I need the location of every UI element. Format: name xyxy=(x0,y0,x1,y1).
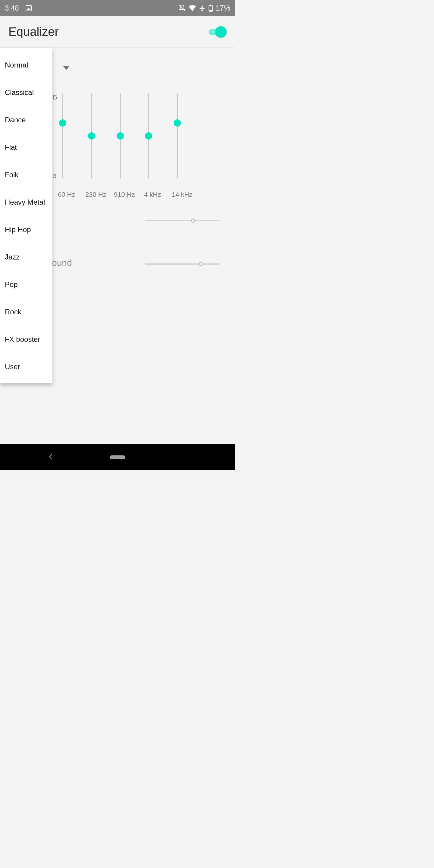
eq-band-label: 60 Hz xyxy=(58,191,75,198)
airplane-mode-icon xyxy=(199,5,206,11)
equalizer-master-toggle[interactable] xyxy=(209,26,227,38)
nav-back-button[interactable] xyxy=(48,454,53,461)
preset-option-jazz[interactable]: Jazz xyxy=(0,243,53,271)
wifi-icon xyxy=(189,5,196,11)
preset-option-classical[interactable]: Classical xyxy=(0,79,53,106)
battery-percent: 17% xyxy=(216,4,230,12)
system-nav-bar xyxy=(0,444,235,470)
nav-home-pill[interactable] xyxy=(110,456,125,459)
preset-option-heavy-metal[interactable]: Heavy Metal xyxy=(0,188,53,216)
status-bar: 3:48 17% xyxy=(0,0,235,16)
menu-item-label: Heavy Metal xyxy=(5,198,45,207)
surround-slider[interactable] xyxy=(145,264,219,265)
menu-item-label: FX booster xyxy=(5,335,40,344)
menu-item-label: Flat xyxy=(5,143,17,152)
picture-icon xyxy=(25,4,32,12)
status-left: 3:48 xyxy=(5,4,32,12)
preset-option-dance[interactable]: Dance xyxy=(0,106,53,133)
svg-rect-0 xyxy=(26,5,31,11)
preset-option-pop[interactable]: Pop xyxy=(0,271,53,298)
status-time: 3:48 xyxy=(5,4,19,12)
svg-rect-4 xyxy=(210,5,211,6)
svg-marker-1 xyxy=(27,8,30,10)
eq-band-label: 14 kHz xyxy=(172,191,192,198)
menu-item-label: Rock xyxy=(5,308,22,316)
header: Equalizer xyxy=(0,16,235,48)
alarm-off-icon xyxy=(179,4,186,12)
preset-option-folk[interactable]: Folk xyxy=(0,161,53,188)
svg-rect-5 xyxy=(209,10,212,11)
bass-boost-slider[interactable] xyxy=(145,220,219,221)
preset-option-user[interactable]: User xyxy=(0,353,53,380)
menu-item-label: User xyxy=(5,363,20,371)
menu-item-label: Jazz xyxy=(5,253,20,261)
chevron-left-icon xyxy=(48,454,53,460)
preset-option-normal[interactable]: Normal xyxy=(0,51,53,79)
page-title: Equalizer xyxy=(8,25,59,38)
battery-icon xyxy=(209,4,213,12)
eq-band-label: 910 Hz xyxy=(114,191,135,198)
menu-item-label: Pop xyxy=(5,280,18,289)
menu-item-label: Folk xyxy=(5,170,19,179)
preset-dropdown-caret-icon[interactable] xyxy=(63,66,69,70)
preset-option-flat[interactable]: Flat xyxy=(0,133,53,161)
menu-item-label: Dance xyxy=(5,116,26,124)
preset-dropdown-menu: Normal Classical Dance Flat Folk Heavy M… xyxy=(0,48,53,383)
menu-item-label: Normal xyxy=(5,61,28,69)
eq-band-label: 4 kHz xyxy=(144,191,161,198)
menu-item-label: Hip Hop xyxy=(5,225,31,234)
status-right: 17% xyxy=(179,4,230,12)
preset-option-rock[interactable]: Rock xyxy=(0,298,53,326)
preset-option-hip-hop[interactable]: Hip Hop xyxy=(0,216,53,243)
preset-option-fx-booster[interactable]: FX booster xyxy=(0,326,53,353)
surround-label: ound xyxy=(52,258,72,268)
menu-item-label: Classical xyxy=(5,88,34,97)
eq-band-label: 230 Hz xyxy=(85,191,106,198)
